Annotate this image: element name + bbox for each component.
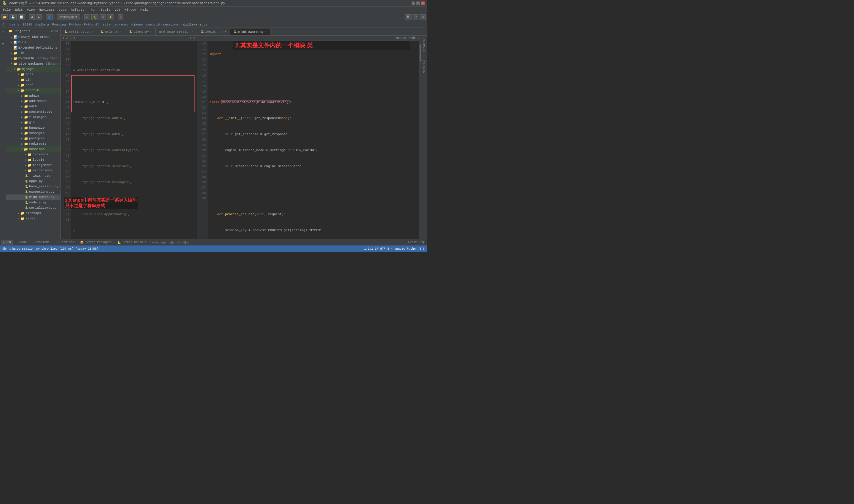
tree-item-site-packages[interactable]: ▶ 📂 site-packages library root [6,61,60,67]
bottom-tab-run[interactable]: ▶ Run [1,240,13,245]
tab-more-icon[interactable]: ▼ [225,30,226,33]
menu-view[interactable]: View [25,7,36,12]
bottom-tab-event-log[interactable]: Event Log [406,240,426,245]
tree-item-lib[interactable]: ▶ 📁 Lib [6,50,60,56]
right-scrollbar[interactable] [419,41,422,239]
tree-item-management[interactable]: ▶ 📁 management [6,162,60,168]
reader-mode-label[interactable]: Reader Mode [396,36,416,40]
menu-window[interactable]: Window [123,7,138,12]
tree-item-apps-py[interactable]: 🐍 apps.py [6,179,60,184]
database-label[interactable]: Database [422,37,427,53]
tree-item-humanize[interactable]: ▶ 📁 humanize [6,125,60,130]
tab-close-login[interactable]: ✕ [222,30,224,34]
tab-close-views[interactable]: ✕ [150,30,152,34]
project-dropdown-icon[interactable]: ▼ [29,30,30,33]
tree-item-contrib[interactable]: ▶ 📂 contrib [6,88,60,93]
tab-urls-py[interactable]: 🐍 urls.py ✕ [97,28,125,35]
menu-file[interactable]: File [1,7,13,12]
tree-item-admin[interactable]: ▶ 📁 admin [6,93,60,98]
tree-item-extended-definitions[interactable]: ▶ 📊 Extended Definitions [6,45,60,50]
tree-item-base-session-py[interactable]: 🐍 base_session.py [6,184,60,189]
tree-item-admindocs[interactable]: ▶ 📁 admindocs [6,98,60,104]
tab-views-py[interactable]: 🐍 views.py ✕ [125,28,156,35]
left-code-lines[interactable]: # Application definition INSTALLED_APPS … [71,41,197,239]
tree-item-redirects[interactable]: ▶ 📁 redirects [6,141,60,146]
breadcrumb-contrib[interactable]: contrib [146,23,160,26]
toolbar-debug-button[interactable]: 🐛 [91,14,99,20]
menu-run[interactable]: Run [89,7,98,12]
bottom-tab-python-console[interactable]: 🐍 Python Console [115,240,148,245]
close-button[interactable]: ✕ [421,1,425,5]
tree-item-python36[interactable]: ▶ 📁 Python36 library root [6,56,60,61]
tab-close-settings[interactable]: ✕ [92,30,93,34]
left-code-area[interactable]: 3031323334 3536373839 4041424344 4546474… [61,41,197,239]
toolbar-profile-button[interactable]: 👤 [46,14,53,20]
breadcrumb-site-packages[interactable]: site-packages [103,23,128,26]
breadcrumb-middleware[interactable]: middleware.py [182,23,207,26]
tree-item-auth[interactable]: ▶ 📁 auth [6,104,60,109]
scrollbar-thumb[interactable] [420,44,421,62]
tree-item-postgres[interactable]: ▶ 📁 postgres [6,136,60,141]
tree-item-serializers-py[interactable]: 🐍 serializers.py [6,205,60,211]
menu-code[interactable]: Code [57,7,68,12]
toolbar-stop-button[interactable]: ■ [118,14,123,20]
menu-navigate[interactable]: Navigate [37,7,56,12]
tab-close-middleware[interactable]: ✕ [265,30,266,34]
tab-settings-py[interactable]: 🐍 settings.py ✕ [61,28,97,35]
tree-item-binary-skeletons[interactable]: ▶ 📊 Binary Skeletons [6,34,60,40]
breadcrumb-django[interactable]: django [131,23,143,26]
bottom-tab-manage-py[interactable]: ⚙ manage.py@cookie使用 [150,240,191,245]
minimize-button[interactable]: ─ [412,1,415,5]
menu-refactor[interactable]: Refactor [69,7,88,12]
tree-item-contenttypes[interactable]: ▶ 📁 contenttypes [6,109,60,114]
breadcrumb-appdata[interactable]: AppData [35,23,49,26]
tree-item-sites[interactable]: ▶ 📁 sites [6,216,60,221]
tab-django-session[interactable]: 🗃 django_session ✕ [156,28,197,35]
tree-item-sessions[interactable]: ▶ 📂 sessions [6,146,60,152]
tab-close-urls[interactable]: ✕ [120,30,121,34]
breadcrumb-users[interactable]: Users [10,23,19,26]
breadcrumb-python[interactable]: Python [69,23,81,26]
breadcrumb-python36[interactable]: Python36 [84,23,100,26]
tree-item-gis[interactable]: ▶ 📁 gis [6,120,60,125]
right-code-area[interactable]: 1011121314 1516171819 2021222324 2526272… [197,41,422,239]
tree-item-backends[interactable]: ▶ 📁 backends [6,152,60,157]
toolbar-run-button[interactable]: ▶ [84,14,90,20]
menu-tools[interactable]: Tools [99,7,112,12]
menu-help[interactable]: Help [139,7,150,12]
breadcrumb-c[interactable]: C: [2,23,6,26]
project-settings-icon[interactable]: ⚙ [56,29,58,33]
toolbar-project-dropdown[interactable]: cookie使用 ▼ [57,14,81,20]
toolbar-profile-run-button[interactable]: ⚡ [107,14,114,20]
toolbar-search-button[interactable]: 🔍 [405,14,412,20]
toolbar-coverage-button[interactable]: ☑ [100,14,106,20]
project-icon[interactable]: P [0,29,6,34]
tree-item-dlls[interactable]: ▶ 📊 DLLs [6,40,60,45]
toolbar-help-button[interactable]: ? [413,14,419,20]
project-locate-icon[interactable]: ⊕ [51,29,53,33]
tree-item-locale[interactable]: ▶ 📁 locale [6,157,60,162]
toolbar-save-button[interactable]: 💾 [10,14,17,20]
tree-item-messages[interactable]: ▶ 📁 messages [6,130,60,136]
collapse-icon[interactable]: ∨ [193,36,195,40]
bottom-tab-todo[interactable]: ☑ TODO [15,240,29,245]
menu-edit[interactable]: Edit [13,7,24,12]
expand-icon[interactable]: ∧ [190,36,192,40]
toolbar-open-button[interactable]: 📂 [1,14,8,20]
tree-item-bin[interactable]: ▶ 📁 bin [6,77,60,83]
tree-item-models-py[interactable]: 🐍 models.py [6,200,60,205]
bottom-tab-problems[interactable]: ⚠ Problems [31,240,51,245]
reader-mode-check[interactable]: ✓ [418,36,420,40]
tree-item-apps[interactable]: ▶ 📁 apps [6,72,60,77]
tree-item-flatpages[interactable]: ▶ 📁 flatpages [6,114,60,120]
breadcrumb-sessions[interactable]: sessions [163,23,179,26]
structure-icon[interactable]: ≡ [0,35,6,40]
bottom-tab-terminal[interactable]: ⬛ Terminal [54,240,76,245]
tree-item-django[interactable]: ▶ 📂 django [6,67,60,72]
tab-login[interactable]: 🐍 login... ✕ ▼ [197,28,230,35]
project-collapse-icon[interactable]: ⊟ [54,29,55,33]
breadcrumb-roaming[interactable]: Roaming [52,23,66,26]
toolbar-back-button[interactable]: ◀ [29,14,35,20]
tree-item-init-py[interactable]: 🐍 __init__.py [6,173,60,179]
tab-middleware-py[interactable]: 🐍 middleware.py ✕ [230,28,270,35]
